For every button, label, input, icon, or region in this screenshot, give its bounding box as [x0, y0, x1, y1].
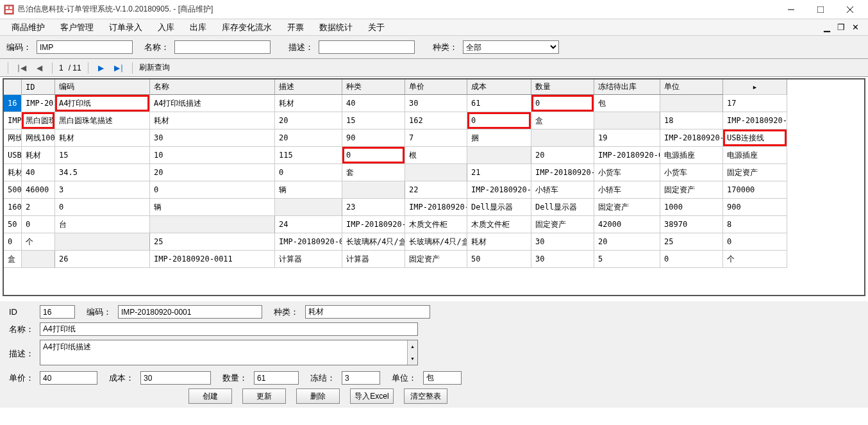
cell-unit[interactable]: 包 [594, 95, 660, 112]
cell-id[interactable]: 20 [531, 147, 594, 164]
menu-about[interactable]: 关于 [360, 19, 392, 35]
cell-frozen[interactable]: 0 [55, 199, 150, 216]
create-button[interactable]: 创建 [188, 388, 232, 404]
cell-desc[interactable]: 黑白圆珠笔描述 [55, 112, 150, 129]
cell-code[interactable]: IMP-20180920-0006 [531, 164, 594, 181]
cell-kind[interactable]: 固定资产 [660, 181, 723, 199]
cell-cost[interactable]: 30 [531, 251, 594, 268]
cell-price[interactable]: 20 [275, 112, 342, 129]
row-header[interactable] [594, 112, 660, 129]
col-header[interactable]: 名称 [150, 79, 275, 95]
row-header[interactable] [342, 181, 405, 199]
filter-desc-input[interactable] [319, 40, 415, 54]
col-header[interactable]: 编码 [55, 79, 150, 95]
cell-desc[interactable]: 电源插座 [723, 147, 787, 164]
clear-table-button[interactable]: 清空整表 [404, 388, 447, 404]
cell-name[interactable]: 计算器 [275, 251, 342, 268]
cell-name[interactable]: 长玻璃杯/4只/盒 [342, 233, 405, 251]
cell-frozen[interactable]: 0 [150, 181, 275, 199]
cell-code[interactable]: IMP-20180920-0002 [4, 112, 22, 129]
cell-frozen[interactable]: 0 [342, 147, 405, 164]
cell-desc[interactable]: 小轿车 [594, 181, 660, 199]
cell-kind[interactable]: 耗材 [55, 129, 150, 147]
cell-kind[interactable]: 耗材 [4, 164, 22, 181]
edit-frozen-input[interactable] [342, 371, 380, 385]
cell-qty[interactable]: 162 [405, 112, 467, 129]
cell-id[interactable]: 25 [150, 233, 275, 251]
update-button[interactable]: 更新 [242, 388, 286, 404]
cell-price[interactable]: 170000 [723, 181, 787, 199]
delete-button[interactable]: 删除 [296, 388, 340, 404]
cell-frozen[interactable]: 0 [723, 233, 787, 251]
cell-kind[interactable]: 固定资产 [405, 251, 467, 268]
edit-price-input[interactable] [40, 371, 97, 385]
cell-price[interactable]: 50 [467, 251, 531, 268]
cell-cost[interactable]: 20 [594, 233, 660, 251]
cell-kind[interactable]: 固定资产 [723, 164, 787, 181]
cell-qty[interactable]: 115 [275, 147, 342, 164]
menu-stats[interactable]: 数据统计 [312, 19, 360, 35]
cell-price[interactable]: 30 [531, 233, 594, 251]
cell-cost[interactable]: 15 [342, 112, 405, 129]
cell-id[interactable]: 22 [405, 181, 467, 199]
edit-cost-input[interactable] [140, 371, 211, 385]
cell-unit[interactable]: 个 [22, 233, 55, 251]
spin-up-icon[interactable]: ▲ [407, 340, 417, 353]
cell-name[interactable]: 小货车 [594, 164, 660, 181]
col-header[interactable]: 单价 [405, 79, 467, 95]
row-header[interactable] [467, 147, 531, 164]
cell-name[interactable]: 网线100米/捆 [4, 129, 22, 147]
cell-unit[interactable]: 辆 [150, 199, 275, 216]
cell-unit[interactable]: 套 [342, 164, 405, 181]
cell-code[interactable]: IMP-20180920-0004 [660, 129, 723, 147]
cell-desc[interactable]: 小货车 [660, 164, 723, 181]
data-grid[interactable]: ID编码名称描述种类单价成本数量冻结待出库单位16IMP-20180920-00… [4, 79, 864, 268]
edit-desc-input[interactable] [40, 340, 418, 365]
cell-name[interactable]: A4打印纸 [55, 95, 150, 112]
close-button[interactable] [836, 1, 864, 19]
cell-frozen[interactable]: 0 [660, 251, 723, 268]
pager-last-icon[interactable]: ▶∣ [113, 62, 126, 74]
cell-qty[interactable]: 61 [467, 95, 531, 112]
cell-qty[interactable]: 3 [55, 181, 150, 199]
cell-code[interactable]: IMP-20180920-0001 [22, 95, 55, 112]
cell-cost[interactable]: 38970 [660, 216, 723, 233]
cell-price[interactable]: 1000 [660, 199, 723, 216]
cell-code[interactable]: IMP-20180920-0010 [275, 233, 342, 251]
row-header[interactable] [150, 216, 275, 233]
cell-name[interactable]: USB连接线 [723, 129, 787, 147]
cell-frozen[interactable]: 0 [22, 216, 55, 233]
col-header[interactable]: 冻结待出库 [594, 79, 660, 95]
cell-qty[interactable]: 2 [22, 199, 55, 216]
cell-desc[interactable]: 木质文件柜 [467, 216, 531, 233]
cell-code[interactable]: IMP-20180920-0003 [723, 112, 787, 129]
cell-id[interactable]: 21 [467, 164, 531, 181]
col-header[interactable]: 描述 [275, 79, 342, 95]
cell-id[interactable]: 18 [660, 112, 723, 129]
menu-in[interactable]: 入库 [150, 19, 182, 35]
mdi-close-icon[interactable]: ✕ [849, 21, 862, 34]
cell-id[interactable]: 16 [4, 95, 22, 112]
spin-down-icon[interactable]: ▼ [407, 353, 417, 365]
col-header[interactable]: 单位 [660, 79, 723, 95]
cell-price[interactable]: 15 [55, 147, 150, 164]
cell-cost[interactable]: 10 [150, 147, 275, 164]
col-header[interactable]: 种类 [342, 79, 405, 95]
filter-kind-select[interactable]: 全部 [463, 40, 559, 54]
cell-unit[interactable]: 盒 [4, 251, 22, 268]
row-header[interactable] [275, 199, 342, 216]
cell-id[interactable]: 17 [723, 95, 787, 112]
cell-code[interactable]: IMP-20180920-0005 [594, 147, 660, 164]
cell-kind[interactable]: 固定资产 [594, 199, 660, 216]
row-header[interactable] [660, 95, 723, 112]
cell-desc[interactable]: A4打印纸描述 [150, 95, 275, 112]
pager-prev-icon[interactable]: ◀ [33, 62, 46, 74]
cell-frozen[interactable]: 0 [467, 112, 531, 129]
import-excel-button[interactable]: 导入Excel [350, 388, 394, 404]
cell-desc[interactable]: USB连接线 [4, 147, 22, 164]
cell-unit[interactable]: 捆 [467, 129, 531, 147]
filter-name-input[interactable] [174, 40, 271, 54]
edit-qty-input[interactable] [254, 371, 299, 385]
cell-kind[interactable]: 固定资产 [531, 216, 594, 233]
cell-kind[interactable]: 耗材 [150, 112, 275, 129]
